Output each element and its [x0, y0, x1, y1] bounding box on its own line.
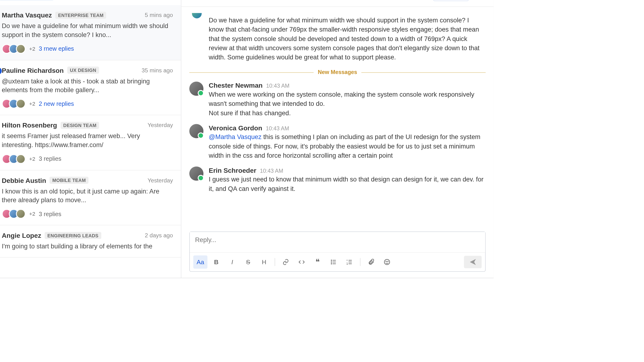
message-author: Chester Newman [209, 82, 262, 89]
thread-detail-pane: Thread Enterprise Team Following Do we h… [181, 0, 494, 278]
svg-point-37 [331, 262, 332, 262]
svg-point-39 [384, 260, 390, 265]
replies-link[interactable]: 3 rnew eplies [39, 46, 74, 52]
svg-point-41 [388, 261, 388, 262]
svg-point-38 [331, 264, 332, 264]
thread-reply-message: Erin Schroeder10:43 AMI guess we just ne… [189, 166, 486, 194]
unread-count-badge: 1 [0, 67, 2, 74]
thread-more-menu[interactable] [475, 0, 486, 0]
svg-point-40 [386, 261, 386, 262]
thread-preview: it seems Framer just released framer web… [2, 132, 173, 150]
send-button[interactable] [464, 256, 482, 268]
thread-timestamp: Yesterday [148, 177, 173, 184]
thread-root-message: Do we have a guideline for what minimum … [189, 15, 486, 62]
thread-author: Debbie Austin [2, 176, 46, 184]
formatting-toolbar: Aa B I S H ❝ [190, 252, 485, 271]
replies-count: 3 replies [39, 211, 61, 217]
thread-channel-tag: DESIGN TEAM [60, 122, 99, 129]
thread-list-item[interactable]: Debbie AustinMOBILE TEAMYesterdayI know … [0, 170, 181, 226]
message-avatar [189, 82, 204, 96]
thread-reply-message: Veronica Gordon10:43 AM@Martha Vasquez t… [189, 124, 486, 160]
message-avatar [189, 166, 204, 181]
strike-button[interactable]: S [241, 256, 255, 269]
thread-list: All your threads Unreads Martha VasquezE… [0, 0, 181, 278]
thread-author: Hilton Rosenberg [2, 121, 57, 129]
thread-timestamp: 35 mins ago [142, 67, 173, 74]
link-button[interactable] [279, 256, 293, 269]
more-participants: +2 [29, 156, 35, 162]
app-body: Channels Search [0, 0, 494, 278]
message-time: 10:43 AM [266, 126, 289, 132]
message-time: 10:43 AM [260, 168, 283, 174]
italic-button[interactable]: I [225, 256, 239, 269]
message-avatar [189, 124, 204, 138]
message-body: @Martha Vasquez this is something I plan… [209, 132, 486, 160]
format-toggle-button[interactable]: Aa [193, 256, 208, 269]
reply-input[interactable] [190, 232, 485, 252]
message-body: When we were working on the system conso… [209, 90, 486, 118]
thread-preview: Do we have a guideline for what minimum … [2, 22, 173, 39]
main-content: Followed threads Threads you're particip… [0, 0, 494, 278]
thread-reply-message: Chester Newman10:43 AMWhen we were worki… [189, 82, 486, 118]
thread-author: Angie Lopez [2, 232, 41, 239]
tab-unreads[interactable]: Unreads [62, 0, 98, 1]
participant-avatars [2, 99, 26, 109]
thread-messages: Do we have a guideline for what minimum … [181, 7, 494, 227]
numbered-list-button[interactable] [342, 256, 356, 269]
thread-preview: @uxteam take a look at this - took a sta… [2, 76, 173, 94]
thread-timestamp: Yesterday [148, 122, 173, 128]
message-body: I guess we just need to know that minimu… [209, 175, 486, 194]
message-body: Do we have a guideline for what minimum … [209, 16, 486, 62]
thread-list-item[interactable]: 1Pauline RichardsonUX DESIGN35 mins ago@… [0, 60, 181, 115]
tab-all-threads[interactable]: All your threads [0, 0, 54, 1]
more-participants: +2 [29, 46, 35, 52]
participant-avatars [2, 44, 26, 54]
more-participants: +2 [29, 211, 35, 217]
more-participants: +2 [29, 101, 35, 107]
thread-preview: I'm going to start building a library of… [2, 242, 173, 251]
thread-author: Martha Vasquez [2, 11, 52, 19]
thread-list-item[interactable]: Angie LopezENGINEERING LEADS2 days agoI'… [0, 226, 181, 258]
divider-label: New Messages [318, 69, 357, 76]
replies-link[interactable]: 2 new replies [39, 100, 74, 107]
svg-point-36 [331, 260, 332, 261]
thread-channel-tag: ENTERPRISE TEAM [56, 12, 106, 18]
code-button[interactable] [295, 256, 309, 269]
thread-author: Pauline Richardson [2, 66, 64, 74]
participant-avatars [2, 209, 26, 219]
replies-count: 3 replies [39, 156, 61, 162]
thread-channel-tag: ENGINEERING LEADS [45, 232, 101, 239]
attach-button[interactable] [364, 256, 378, 269]
quote-button[interactable]: ❝ [310, 256, 324, 269]
message-author: Erin Schroeder [209, 166, 256, 174]
new-messages-divider: New Messages [189, 69, 486, 76]
thread-channel-tag: MOBILE TEAM [50, 177, 89, 184]
bold-button[interactable]: B [209, 256, 223, 269]
thread-list-item[interactable]: Martha VasquezENTERPRISE TEAM5 mins agoD… [0, 5, 181, 60]
user-mention[interactable]: @Martha Vasquez [209, 134, 262, 140]
message-time: 10:43 AM [266, 83, 290, 89]
participant-avatars [2, 154, 26, 164]
thread-channel-tag: UX DESIGN [67, 67, 99, 74]
thread-timestamp: 2 days ago [145, 232, 173, 239]
bulleted-list-button[interactable] [326, 256, 340, 269]
thread-list-item[interactable]: Hilton RosenbergDESIGN TEAMYesterdayit s… [0, 115, 181, 170]
reply-composer: Aa B I S H ❝ [189, 232, 486, 272]
app-root: 4 Community ▾ Channels Playbooks × Board… [0, 0, 494, 278]
follow-toggle-button[interactable]: Following [433, 0, 469, 1]
message-author: Veronica Gordon [209, 124, 262, 132]
thread-timestamp: 5 mins ago [145, 12, 173, 18]
thread-preview: I know this is an old topic, but it just… [2, 187, 173, 204]
heading-button[interactable]: H [257, 256, 271, 269]
emoji-button[interactable] [380, 256, 394, 269]
